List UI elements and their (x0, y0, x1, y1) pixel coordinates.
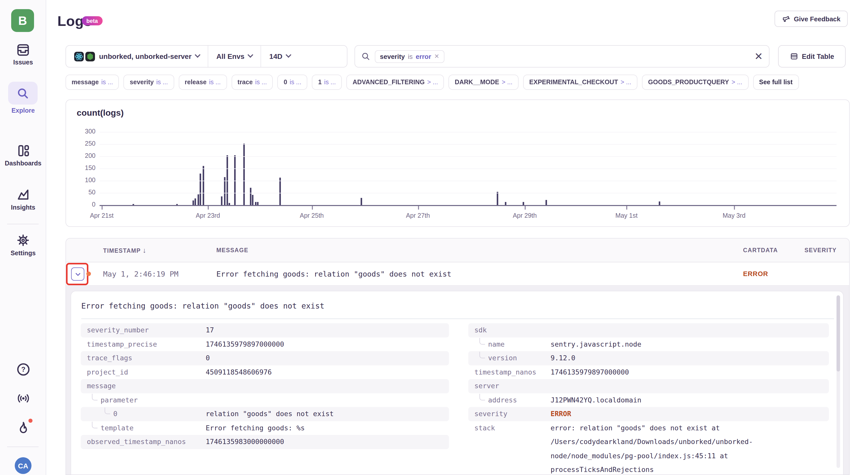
table-icon (789, 52, 798, 60)
log-field-row: 0relation "goods" does not exist (81, 407, 449, 421)
project-selector[interactable]: unborked, unborked-server (66, 46, 208, 67)
chart-bar[interactable] (659, 201, 660, 205)
filter-chip[interactable]: traceis ... (231, 75, 273, 90)
filter-chip[interactable]: 0is ... (278, 75, 308, 90)
chart-bar[interactable] (497, 192, 498, 205)
field-key: server (468, 379, 551, 393)
x-axis-tick (418, 206, 419, 210)
chart-bar[interactable] (226, 155, 228, 205)
search-clear-icon[interactable]: ✕ (754, 51, 763, 61)
table-row[interactable]: May 1, 2:46:19 PM Error fetching goods: … (66, 262, 849, 286)
edit-table-button[interactable]: Edit Table (778, 45, 846, 67)
sidebar-item-label: Issues (0, 59, 46, 66)
chart-bar[interactable] (243, 143, 245, 205)
sidebar-item-insights[interactable]: Insights (0, 188, 46, 211)
field-value: Error fetching goods: %s (206, 421, 305, 435)
sidebar-divider (7, 224, 39, 224)
chart-bar[interactable] (176, 204, 178, 205)
help-button[interactable]: ? (0, 362, 46, 377)
sidebar-item-dashboards[interactable]: Dashboards (0, 144, 46, 167)
filter-chip[interactable]: releaseis ... (179, 75, 227, 90)
chevron-down-icon (195, 52, 200, 58)
see-full-list-chip[interactable]: See full list (753, 75, 799, 90)
log-field-row: severity_number17 (81, 323, 449, 337)
filter-chip[interactable]: DARK__MODE> ... (449, 75, 519, 90)
sidebar-item-settings[interactable]: Settings (0, 233, 46, 257)
chart-bar[interactable] (279, 178, 281, 205)
logs-count-chart: count(logs) Apr 21stApr 23rdApr 25thApr … (65, 99, 850, 227)
chart-bar[interactable] (200, 173, 202, 205)
chart-bar[interactable] (250, 188, 251, 205)
search-filter-token[interactable]: severity is error ✕ (375, 50, 444, 63)
column-header-message[interactable]: MESSAGE (216, 239, 248, 262)
expand-row-button[interactable] (71, 267, 84, 281)
chart-bar[interactable] (523, 202, 524, 205)
row-message: Error fetching goods: relation "goods" d… (216, 262, 451, 286)
field-key: timestamp_nanos (468, 365, 551, 379)
chart-bar[interactable] (257, 202, 259, 205)
filter-chip[interactable]: ADVANCED_FILTERING> ... (346, 75, 444, 90)
chart-bar[interactable] (192, 201, 194, 205)
sidebar-item-label: Settings (0, 250, 46, 257)
column-header-cartdata[interactable]: CARTDATA (743, 239, 778, 262)
chart-bar[interactable] (197, 195, 199, 205)
column-header-timestamp[interactable]: TIMESTAMP ↓ (103, 239, 146, 263)
chart-bar[interactable] (360, 198, 362, 205)
sidebar-divider (7, 447, 39, 447)
field-key: sdk (468, 323, 551, 337)
chart-bar[interactable] (255, 202, 256, 205)
column-header-severity[interactable]: SEVERITY (805, 239, 837, 262)
chart-bar[interactable] (235, 155, 236, 205)
token-operator: is (408, 53, 413, 60)
sidebar-item-issues[interactable]: Issues (0, 44, 46, 66)
chart-bar[interactable] (252, 195, 254, 205)
search-input[interactable]: severity is error ✕ ✕ (354, 45, 770, 67)
chevron-down-icon (286, 52, 291, 58)
megaphone-icon (782, 15, 790, 23)
filter-chip[interactable]: severityis ... (124, 75, 174, 90)
field-key: stack (468, 421, 551, 435)
filter-chip[interactable]: messageis ... (65, 75, 119, 90)
chip-suffix: is ... (255, 79, 267, 86)
org-logo[interactable]: B (11, 9, 34, 32)
give-feedback-button[interactable]: Give Feedback (775, 11, 848, 27)
chip-label: EXPERIMENTAL_CHECKOUT (529, 79, 618, 86)
filter-chip[interactable]: 1is ... (312, 75, 342, 90)
chip-suffix: > ... (502, 79, 513, 86)
field-key: project_id (81, 365, 206, 379)
chip-label: severity (130, 79, 154, 86)
environment-selector[interactable]: All Envs (208, 46, 261, 67)
sidebar-item-explore[interactable] (8, 82, 38, 105)
explore-search-icon (16, 87, 29, 100)
date-range-selector[interactable]: 14D (261, 46, 299, 67)
annotation-click-dot (86, 272, 91, 276)
broadcast-button[interactable] (0, 392, 46, 404)
x-axis-tick-label: Apr 25th (289, 212, 335, 219)
chart-bar[interactable] (203, 166, 204, 205)
x-axis-tick (626, 206, 627, 210)
chart-title: count(logs) (77, 108, 124, 118)
tree-elbow-icon (105, 408, 110, 414)
log-field-row: timestamp_precise1746135979897000000 (81, 337, 449, 351)
user-avatar[interactable]: CA (15, 457, 31, 474)
detail-scrollbar-thumb[interactable] (837, 295, 840, 371)
chart-bar[interactable] (228, 203, 230, 205)
chart-bar[interactable] (194, 198, 196, 205)
x-axis-tick (312, 206, 313, 210)
chart-bar[interactable] (546, 200, 547, 205)
log-detail-title: Error fetching goods: relation "goods" d… (81, 301, 324, 311)
filter-chip[interactable]: GOODS_PRODUCTQUERY> ... (642, 75, 748, 90)
search-icon (361, 52, 370, 61)
chart-bar[interactable] (505, 202, 506, 205)
log-field-row: project_id4509118548606976 (81, 365, 449, 379)
sidebar-item-label: Insights (0, 204, 46, 211)
whats-new-button[interactable] (0, 421, 46, 435)
chevron-down-icon (248, 52, 253, 58)
chart-bar[interactable] (132, 204, 134, 205)
x-axis-tick-label: Apr 27th (395, 212, 441, 219)
chart-bar[interactable] (221, 196, 223, 205)
chart-bar[interactable] (224, 177, 225, 205)
log-detail-panel: Error fetching goods: relation "goods" d… (71, 291, 844, 475)
token-remove-icon[interactable]: ✕ (434, 53, 439, 60)
filter-chip[interactable]: EXPERIMENTAL_CHECKOUT> ... (523, 75, 638, 90)
